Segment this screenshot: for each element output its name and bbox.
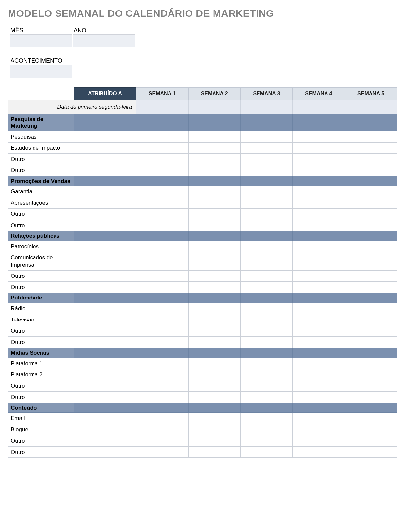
week-cell[interactable]: [293, 252, 345, 271]
assigned-cell[interactable]: [74, 435, 136, 446]
week-cell[interactable]: [240, 337, 293, 348]
week-cell[interactable]: [345, 197, 397, 209]
week-cell[interactable]: [293, 358, 345, 369]
week-cell[interactable]: [293, 209, 345, 220]
first-monday-week-1[interactable]: [136, 100, 189, 114]
week-cell[interactable]: [345, 358, 397, 369]
week-cell[interactable]: [240, 358, 293, 369]
week-cell[interactable]: [188, 131, 240, 142]
week-cell[interactable]: [240, 435, 293, 446]
week-cell[interactable]: [293, 325, 345, 337]
assigned-cell[interactable]: [74, 142, 136, 153]
week-cell[interactable]: [345, 270, 397, 281]
week-cell[interactable]: [188, 325, 240, 337]
assigned-cell[interactable]: [74, 413, 136, 424]
week-cell[interactable]: [240, 446, 293, 457]
week-cell[interactable]: [240, 325, 293, 337]
week-cell[interactable]: [136, 314, 189, 325]
week-cell[interactable]: [136, 369, 189, 380]
week-cell[interactable]: [136, 413, 189, 424]
week-cell[interactable]: [293, 446, 345, 457]
week-cell[interactable]: [240, 314, 293, 325]
week-cell[interactable]: [293, 314, 345, 325]
week-cell[interactable]: [345, 165, 397, 176]
week-cell[interactable]: [136, 446, 189, 457]
week-cell[interactable]: [345, 380, 397, 391]
week-cell[interactable]: [345, 314, 397, 325]
week-cell[interactable]: [188, 391, 240, 403]
first-monday-week-4[interactable]: [293, 100, 345, 114]
week-cell[interactable]: [345, 435, 397, 446]
week-cell[interactable]: [345, 303, 397, 314]
week-cell[interactable]: [136, 325, 189, 337]
week-cell[interactable]: [188, 252, 240, 271]
week-cell[interactable]: [136, 391, 189, 403]
week-cell[interactable]: [136, 241, 189, 252]
week-cell[interactable]: [345, 209, 397, 220]
week-cell[interactable]: [293, 220, 345, 231]
week-cell[interactable]: [188, 303, 240, 314]
week-cell[interactable]: [188, 424, 240, 435]
assigned-cell[interactable]: [74, 165, 136, 176]
week-cell[interactable]: [345, 369, 397, 380]
week-cell[interactable]: [345, 337, 397, 348]
week-cell[interactable]: [136, 165, 189, 176]
week-cell[interactable]: [240, 220, 293, 231]
week-cell[interactable]: [293, 270, 345, 281]
assigned-cell[interactable]: [74, 325, 136, 337]
week-cell[interactable]: [240, 413, 293, 424]
week-cell[interactable]: [240, 282, 293, 293]
week-cell[interactable]: [293, 131, 345, 142]
week-cell[interactable]: [240, 270, 293, 281]
week-cell[interactable]: [345, 446, 397, 457]
week-cell[interactable]: [293, 165, 345, 176]
week-cell[interactable]: [345, 131, 397, 142]
week-cell[interactable]: [240, 369, 293, 380]
week-cell[interactable]: [188, 209, 240, 220]
assigned-cell[interactable]: [74, 186, 136, 197]
assigned-cell[interactable]: [74, 282, 136, 293]
assigned-cell[interactable]: [74, 314, 136, 325]
week-cell[interactable]: [188, 413, 240, 424]
event-input[interactable]: [10, 65, 72, 78]
week-cell[interactable]: [240, 186, 293, 197]
week-cell[interactable]: [136, 358, 189, 369]
assigned-cell[interactable]: [74, 424, 136, 435]
week-cell[interactable]: [293, 303, 345, 314]
week-cell[interactable]: [240, 209, 293, 220]
first-monday-week-5[interactable]: [345, 100, 397, 114]
year-input[interactable]: [73, 34, 135, 47]
week-cell[interactable]: [345, 220, 397, 231]
week-cell[interactable]: [188, 142, 240, 153]
week-cell[interactable]: [240, 131, 293, 142]
week-cell[interactable]: [188, 241, 240, 252]
week-cell[interactable]: [293, 142, 345, 153]
week-cell[interactable]: [345, 142, 397, 153]
week-cell[interactable]: [136, 131, 189, 142]
week-cell[interactable]: [136, 424, 189, 435]
week-cell[interactable]: [188, 380, 240, 391]
week-cell[interactable]: [240, 197, 293, 209]
week-cell[interactable]: [188, 337, 240, 348]
assigned-cell[interactable]: [74, 446, 136, 457]
assigned-cell[interactable]: [74, 270, 136, 281]
week-cell[interactable]: [293, 241, 345, 252]
week-cell[interactable]: [136, 435, 189, 446]
week-cell[interactable]: [345, 241, 397, 252]
assigned-cell[interactable]: [74, 220, 136, 231]
week-cell[interactable]: [240, 391, 293, 403]
week-cell[interactable]: [240, 424, 293, 435]
week-cell[interactable]: [136, 197, 189, 209]
week-cell[interactable]: [240, 303, 293, 314]
week-cell[interactable]: [293, 413, 345, 424]
week-cell[interactable]: [240, 252, 293, 271]
week-cell[interactable]: [293, 369, 345, 380]
assigned-cell[interactable]: [74, 197, 136, 209]
assigned-cell[interactable]: [74, 337, 136, 348]
week-cell[interactable]: [136, 380, 189, 391]
week-cell[interactable]: [136, 282, 189, 293]
assigned-cell[interactable]: [74, 131, 136, 142]
week-cell[interactable]: [136, 154, 189, 165]
week-cell[interactable]: [188, 220, 240, 231]
assigned-cell[interactable]: [74, 241, 136, 252]
